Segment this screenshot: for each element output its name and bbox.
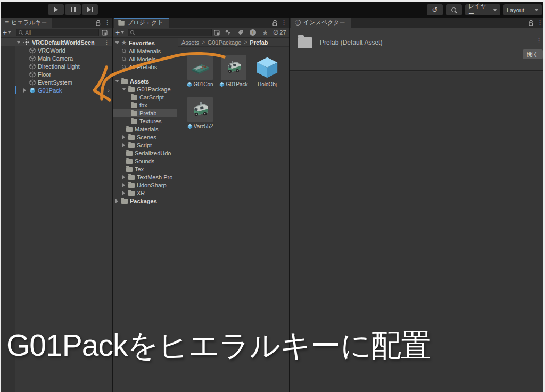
open-button[interactable]: 開く [523,49,543,59]
pick-window-icon[interactable] [102,30,108,36]
scene-menu-icon[interactable]: ⋮ [104,39,112,46]
tree-item-prefab[interactable]: Prefab [113,109,177,117]
folder-icon [118,21,124,26]
collapse-triangle-icon[interactable] [114,41,119,44]
search-by-type-icon[interactable] [225,29,231,36]
history-button[interactable]: ↺ [427,4,443,15]
lock-icon[interactable] [528,20,533,26]
tree-item-all-prefabs[interactable]: All Prefabs [113,63,177,71]
hidden-count-toggle[interactable]: ∅ 27 [273,29,286,36]
search-button[interactable] [446,4,462,15]
collapse-triangle-icon[interactable] [114,80,119,82]
tree-item-script[interactable]: Script [113,141,177,149]
tab-hierarchy[interactable]: ≡ ヒエラルキー [1,18,52,28]
hierarchy-item-floor[interactable]: Floor [0,70,112,78]
main-toolbar: ↺ レイヤー Layout [0,0,545,18]
layers-dropdown[interactable]: レイヤー [465,4,500,15]
alert-icon[interactable]: ! [250,29,256,36]
chevron-down-icon [121,31,124,34]
collapse-triangle-icon[interactable] [121,88,126,90]
tree-item-textmesh-pro[interactable]: TextMesh Pro [113,173,177,181]
expand-triangle-icon[interactable] [121,175,126,179]
tree-item-fbx[interactable]: fbx [113,101,177,109]
tree-item-sounds[interactable]: Sounds [113,157,177,165]
tree-item-assets[interactable]: Assets [113,77,177,85]
expand-triangle-icon[interactable] [121,183,126,187]
scene-header-row[interactable]: VRCDefaultWorldScen ⋮ [0,38,112,46]
play-icon [54,7,58,12]
project-search-input[interactable] [128,29,212,36]
tree-item-udonsharp[interactable]: UdonSharp [113,181,177,189]
tree-item-serializedudo[interactable]: SerializedUdo [113,149,177,157]
prefab-cube-icon [255,55,279,80]
scene-icon [23,39,30,46]
panel-menu-icon[interactable]: ⋮ [104,19,110,26]
tab-project[interactable]: プロジェクト [114,18,169,28]
tree-item-favorites[interactable]: ★Favorites [113,39,177,47]
plus-icon: + [3,29,7,36]
tree-item-all-materials[interactable]: All Materials [113,47,177,55]
search-by-label-icon[interactable] [237,29,244,36]
folder-icon [131,111,137,116]
play-button[interactable] [48,4,64,15]
selection-bar [15,86,16,94]
tree-item-tex[interactable]: Tex [113,165,177,173]
lock-icon[interactable] [272,20,277,26]
panel-menu-icon[interactable]: ⋮ [281,19,287,26]
hierarchy-item-g01pack[interactable]: G01Pack › [0,86,112,94]
save-search-star-icon[interactable]: ★ [262,29,268,36]
create-object-button[interactable]: + [3,29,11,36]
hierarchy-search-input[interactable]: All [16,29,99,36]
breadcrumb: Assets > G01Package > Prefab [178,38,289,47]
layout-dropdown[interactable]: Layout [503,4,542,15]
expand-triangle-icon[interactable] [121,143,126,147]
pause-button[interactable] [65,4,81,15]
collapse-triangle-icon[interactable] [16,41,21,44]
expand-triangle-icon[interactable] [121,135,126,139]
hierarchy-item-main-camera[interactable]: Main Camera [0,54,112,62]
tree-item-packages[interactable]: Packages [113,197,177,205]
expand-triangle-icon[interactable] [121,191,126,195]
tree-item-scenes[interactable]: Scenes [113,133,177,141]
tree-item-carscript[interactable]: CarScript [113,93,177,101]
caption-text: G01Packをヒエラルキーに配置 [6,326,431,366]
breadcrumb-leaf[interactable]: Prefab [250,39,268,46]
asset-holdobj[interactable]: HoldObj [254,55,280,87]
prefab-cube-icon [29,87,36,94]
tree-item-xr[interactable]: XR [113,189,177,197]
asset-g01pack[interactable]: G01Pack [220,55,247,87]
tree-item-all-models[interactable]: All Models [113,55,177,63]
folder-icon [126,159,133,164]
search-icon [18,30,23,35]
breadcrumb-mid[interactable]: G01Package [208,39,242,46]
hierarchy-item-vrcworld[interactable]: VRCWorld [0,46,112,54]
step-button[interactable] [82,4,98,15]
tree-item-textures[interactable]: Textures [113,117,177,125]
hierarchy-tabbar: ≡ ヒエラルキー ⋮ [0,18,112,28]
create-asset-button[interactable]: + [115,29,124,36]
folder-icon [131,103,137,108]
hierarchy-item-directional-light[interactable]: Directional Light [0,62,112,70]
lock-icon[interactable] [95,20,101,26]
pick-window-icon[interactable] [214,30,220,36]
search-icon [121,48,127,54]
expand-triangle-icon[interactable] [114,199,119,203]
tab-inspector[interactable]: i インスペクター [291,18,351,28]
chevron-right-icon[interactable]: › [108,87,112,94]
screenshot-border [0,0,1,392]
asset-g01con[interactable]: G01Con [187,55,213,87]
hierarchy-item-eventsystem[interactable]: EventSystem [0,78,112,86]
asset-varz552[interactable]: Varz552 [187,97,213,129]
expand-triangle-icon[interactable] [22,88,27,93]
folder-icon [126,151,133,156]
folder-icon [128,175,135,180]
breadcrumb-root[interactable]: Assets [181,39,199,46]
search-icon [121,64,127,70]
tree-item-materials[interactable]: Materials [113,125,177,133]
panel-menu-icon[interactable]: ⋮ [537,19,543,26]
pause-icon [71,7,76,12]
folder-open-icon [128,87,135,92]
folder-icon [128,135,135,140]
inspector-menu-icon[interactable]: ⋮ [536,37,542,44]
tree-item-g01package[interactable]: G01Package [113,85,177,93]
